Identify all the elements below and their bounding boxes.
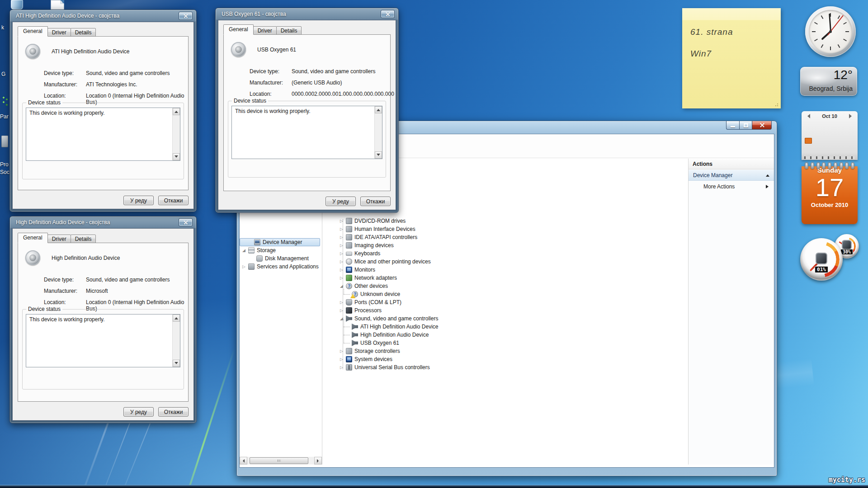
collapse-icon[interactable] bbox=[766, 173, 769, 177]
calendar-date-cell[interactable] bbox=[833, 138, 840, 144]
device-tree-item[interactable]: ▷ Processors bbox=[323, 306, 689, 314]
device-tree-item[interactable]: ▷ Imaging devices bbox=[323, 241, 689, 249]
ok-button[interactable]: У реду bbox=[123, 196, 154, 205]
taskbar[interactable] bbox=[0, 485, 868, 488]
tab-driver[interactable]: Driver bbox=[253, 26, 277, 35]
cancel-button[interactable]: Откажи bbox=[360, 197, 391, 206]
calendar-date-cell[interactable] bbox=[840, 138, 848, 144]
scroll-up-button[interactable] bbox=[173, 108, 180, 115]
calendar-date-cell[interactable] bbox=[819, 120, 826, 126]
tab-general[interactable]: General bbox=[223, 24, 254, 35]
calendar-date-cell[interactable] bbox=[840, 126, 848, 132]
tab-general[interactable]: General bbox=[18, 26, 48, 37]
calendar-date-cell[interactable] bbox=[833, 126, 840, 132]
expand-icon[interactable]: ▷ bbox=[242, 263, 248, 271]
minimize-button[interactable] bbox=[726, 121, 739, 130]
calendar-date-cell[interactable] bbox=[833, 150, 840, 155]
expand-icon[interactable]: ◢ bbox=[242, 246, 248, 254]
actions-group-device-manager[interactable]: Device Manager bbox=[689, 169, 774, 181]
calendar-date-cell[interactable] bbox=[819, 150, 826, 155]
expand-icon[interactable]: ▷ bbox=[340, 233, 346, 241]
calendar-date-cell[interactable] bbox=[819, 126, 826, 132]
tab-details[interactable]: Details bbox=[71, 235, 96, 243]
calendar-date-cell[interactable] bbox=[826, 126, 833, 132]
calendar-date-cell[interactable] bbox=[805, 126, 812, 132]
close-button[interactable] bbox=[179, 12, 193, 20]
device-tree-item[interactable]: ◢ Other devices bbox=[323, 282, 689, 290]
console-tree-item[interactable]: ◢ Storage bbox=[240, 246, 320, 254]
device-status-text-area[interactable]: This device is working properly. bbox=[26, 108, 180, 161]
dialog-titlebar[interactable]: USB Oxygen 61 - својства bbox=[218, 8, 396, 20]
device-tree-item[interactable]: ▷ System devices bbox=[323, 355, 689, 363]
console-tree-item[interactable]: Device Manager bbox=[240, 238, 320, 246]
calendar-date-cell[interactable] bbox=[840, 150, 848, 155]
device-tree-item[interactable]: High Definition Audio Device bbox=[323, 331, 689, 339]
device-tree-item[interactable]: ATI High Definition Audio Device bbox=[323, 323, 689, 331]
expand-icon[interactable]: ▷ bbox=[340, 266, 346, 274]
calendar-date-cell[interactable] bbox=[812, 126, 819, 132]
calendar-date-cell[interactable] bbox=[840, 144, 848, 150]
scroll-down-button[interactable] bbox=[173, 153, 180, 160]
calendar-date-cell[interactable] bbox=[833, 144, 840, 150]
scroll-right-button[interactable] bbox=[314, 457, 322, 465]
weather-gadget[interactable]: 12° Beograd, Srbija bbox=[800, 67, 857, 96]
tab-driver[interactable]: Driver bbox=[47, 28, 71, 37]
desktop-app-icon[interactable] bbox=[1, 95, 9, 108]
cancel-button[interactable]: Откажи bbox=[158, 196, 189, 205]
expand-icon[interactable]: ◢ bbox=[340, 282, 346, 290]
device-status-text-area[interactable]: This device is working properly. bbox=[26, 314, 180, 367]
calendar-date-cell[interactable] bbox=[840, 132, 848, 138]
device-tree-item[interactable]: ▷ Storage controllers bbox=[323, 347, 689, 355]
device-tree-item[interactable]: ▷ DVD/CD-ROM drives bbox=[323, 217, 689, 225]
calendar-date-cell[interactable] bbox=[805, 120, 812, 126]
calendar-date-cell[interactable] bbox=[826, 150, 833, 155]
device-tree-item[interactable]: ▷ Universal Serial Bus controllers bbox=[323, 363, 689, 371]
expand-icon[interactable]: ▷ bbox=[340, 355, 346, 363]
calendar-date-cell[interactable] bbox=[833, 132, 840, 138]
calendar-date-cell[interactable] bbox=[840, 120, 848, 126]
calendar-date-cell[interactable] bbox=[847, 138, 854, 144]
prev-month-icon[interactable] bbox=[805, 114, 810, 118]
calendar-date-cell[interactable] bbox=[805, 132, 812, 138]
cpu-meter-gadget[interactable]: 30% 01% bbox=[799, 233, 859, 282]
tab-details[interactable]: Details bbox=[71, 28, 96, 37]
expand-icon[interactable]: ▷ bbox=[340, 347, 346, 355]
calendar-date-cell[interactable] bbox=[847, 120, 854, 126]
device-tree-item[interactable]: ▷ IDE ATA/ATAPI controllers bbox=[323, 233, 689, 241]
dialog-titlebar[interactable]: High Definition Audio Device - својства bbox=[12, 216, 194, 228]
next-month-icon[interactable] bbox=[849, 114, 854, 118]
resize-grip-icon[interactable] bbox=[773, 101, 778, 107]
tab-driver[interactable]: Driver bbox=[47, 235, 71, 243]
device-tree-item[interactable]: ▷ Network adapters bbox=[323, 274, 689, 282]
calendar-date-cell[interactable] bbox=[847, 144, 854, 150]
device-tree-item[interactable]: ◢ Sound, video and game controllers bbox=[323, 314, 689, 323]
scroll-left-button[interactable] bbox=[240, 457, 247, 465]
calendar-date-cell[interactable] bbox=[805, 144, 812, 150]
calendar-date-cell[interactable] bbox=[826, 144, 833, 150]
scroll-up-button[interactable] bbox=[173, 314, 180, 322]
expand-icon[interactable]: ▷ bbox=[340, 363, 346, 371]
vertical-scrollbar[interactable] bbox=[172, 108, 180, 160]
more-actions-item[interactable]: More Actions bbox=[689, 181, 774, 192]
close-button[interactable] bbox=[752, 121, 772, 130]
device-tree-item[interactable]: Unknown device bbox=[323, 290, 689, 298]
calendar-date-cell[interactable] bbox=[812, 132, 819, 138]
device-status-text-area[interactable]: This device is working properly. bbox=[231, 106, 382, 159]
calendar-date-cell[interactable] bbox=[826, 120, 833, 126]
calendar-date-cell[interactable] bbox=[812, 120, 819, 126]
vertical-scrollbar[interactable] bbox=[172, 314, 180, 367]
calendar-date-cell[interactable] bbox=[812, 144, 819, 150]
tab-general[interactable]: General bbox=[18, 233, 48, 243]
calendar-date-cell[interactable] bbox=[819, 138, 826, 144]
horizontal-scrollbar[interactable] bbox=[240, 457, 322, 465]
scroll-down-button[interactable] bbox=[375, 151, 382, 159]
calendar-date-cell[interactable] bbox=[819, 132, 826, 138]
desktop-app-icon[interactable] bbox=[1, 136, 8, 147]
calendar-date-cell[interactable] bbox=[847, 132, 854, 138]
tab-details[interactable]: Details bbox=[276, 26, 302, 35]
expand-icon[interactable]: ▷ bbox=[340, 274, 346, 282]
calendar-date-cell[interactable] bbox=[847, 150, 854, 155]
close-button[interactable] bbox=[179, 218, 193, 226]
calendar-gadget[interactable]: Oct 10 Sunday 17 October 2010 bbox=[802, 111, 858, 224]
recycle-bin-icon[interactable] bbox=[11, 0, 23, 9]
